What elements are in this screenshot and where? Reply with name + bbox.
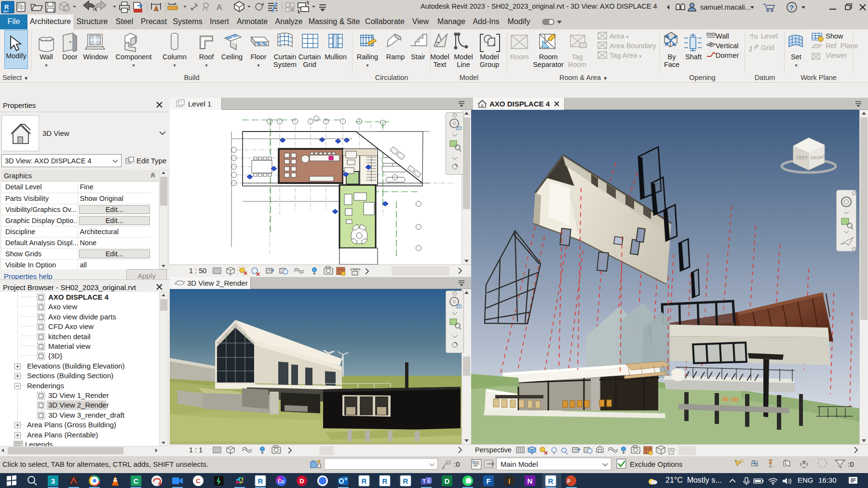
svg-text:R: R	[362, 477, 367, 485]
svg-text:A: A	[217, 3, 222, 12]
svg-text:RVT: RVT	[3, 10, 9, 13]
svg-text:?: ?	[789, 3, 794, 12]
svg-text:2D: 2D	[456, 304, 462, 309]
svg-text:I: I	[508, 477, 510, 485]
svg-text:Cc: Cc	[278, 478, 285, 484]
svg-text:3: 3	[51, 477, 55, 485]
svg-text:C: C	[134, 477, 139, 485]
svg-text:R: R	[382, 477, 388, 485]
svg-text:R: R	[258, 477, 263, 485]
svg-text:F: F	[486, 477, 490, 485]
svg-text:D: D	[445, 477, 450, 485]
svg-text:N: N	[528, 477, 533, 485]
svg-text:C: C	[196, 477, 201, 485]
svg-text:R: R	[4, 3, 9, 11]
svg-text:R: R	[403, 477, 408, 485]
svg-text:ij: ij	[427, 478, 429, 483]
svg-text:samuel.macali...: samuel.macali...	[700, 3, 751, 11]
svg-text:R: R	[548, 477, 554, 485]
svg-text:T: T	[422, 479, 425, 484]
svg-text:2D: 2D	[456, 126, 462, 131]
svg-text:P: P	[567, 479, 570, 484]
svg-text:D: D	[299, 477, 304, 485]
